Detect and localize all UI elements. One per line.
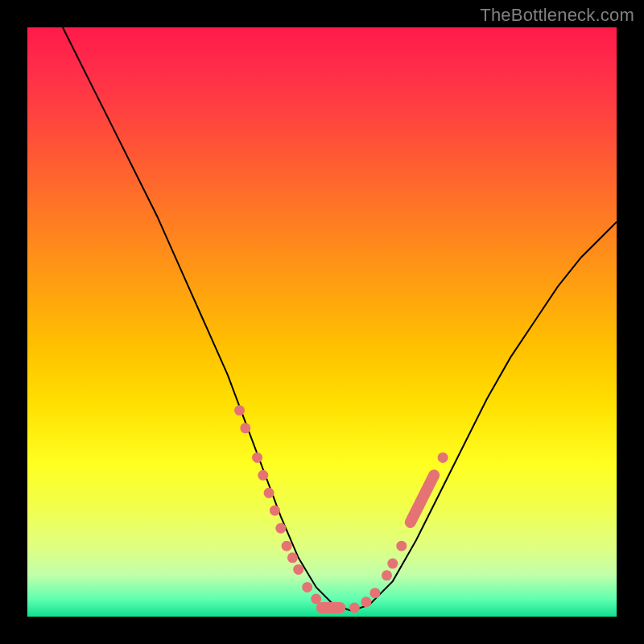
marker-dot [369, 588, 380, 598]
marker-dot [396, 541, 407, 551]
bottleneck-curve [63, 27, 617, 611]
marker-dot [264, 488, 275, 498]
marker-dot [293, 564, 303, 575]
chart-svg [27, 27, 617, 617]
curve-markers [234, 405, 448, 613]
marker-dot [252, 452, 262, 463]
marker-dot [282, 541, 292, 551]
marker-dot [361, 597, 371, 607]
marker-dot [387, 559, 398, 569]
marker-dot [270, 506, 280, 516]
marker-dot [234, 405, 245, 415]
marker-dot [275, 523, 286, 534]
chart-container: TheBottleneck.com [0, 0, 644, 644]
marker-bar [316, 602, 346, 613]
marker-dot [287, 552, 298, 563]
marker-dot [240, 423, 250, 433]
marker-bar [411, 475, 434, 522]
marker-dot [349, 603, 360, 613]
marker-dot [302, 582, 312, 592]
marker-dot [382, 570, 392, 580]
watermark-text: TheBottleneck.com [480, 5, 634, 26]
marker-dot [438, 452, 448, 463]
plot-area [27, 27, 617, 617]
marker-dot [258, 470, 268, 481]
